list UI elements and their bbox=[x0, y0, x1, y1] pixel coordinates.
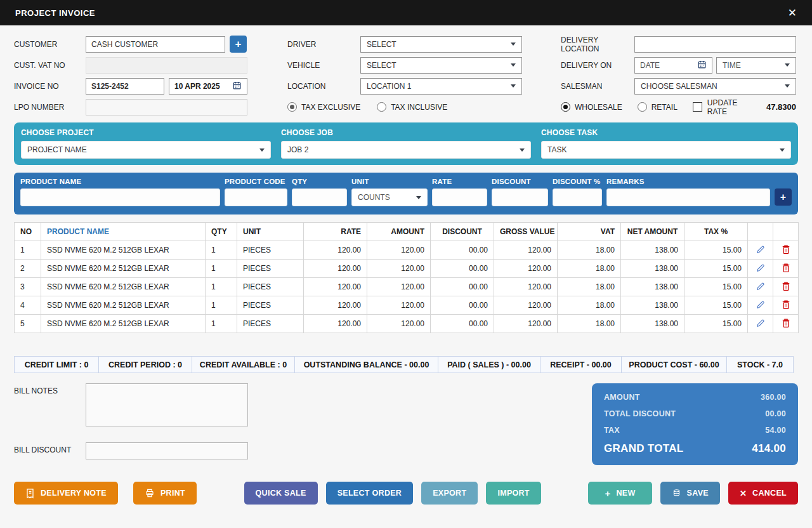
cell-vat: 18.00 bbox=[558, 241, 621, 260]
delete-cell[interactable] bbox=[773, 260, 799, 278]
discount-input[interactable] bbox=[492, 188, 548, 206]
cust-vat-input[interactable] bbox=[86, 57, 247, 74]
driver-select[interactable]: SELECT bbox=[360, 36, 522, 53]
unit-select[interactable]: COUNTS bbox=[351, 188, 428, 206]
invoice-date-value: 10 APR 2025 bbox=[174, 82, 220, 91]
save-button[interactable]: SAVE bbox=[660, 482, 720, 505]
invoice-date-picker[interactable]: 10 APR 2025 bbox=[169, 78, 247, 95]
select-order-button[interactable]: SELECT ORDER bbox=[326, 482, 414, 505]
close-icon[interactable]: ✕ bbox=[788, 8, 797, 18]
delete-cell[interactable] bbox=[773, 315, 799, 333]
cell-discount: 00.00 bbox=[431, 278, 494, 296]
delete-icon[interactable] bbox=[782, 248, 790, 256]
edit-icon[interactable] bbox=[756, 266, 766, 275]
cell-discount: 00.00 bbox=[431, 315, 494, 333]
table-header-row: NOPRODUCT NAMEQTYUNITRATEAMOUNTDISCOUNTG… bbox=[15, 223, 799, 241]
new-button[interactable]: + NEW bbox=[588, 482, 652, 505]
task-select[interactable]: TASK bbox=[541, 141, 791, 159]
invoice-no-input[interactable] bbox=[86, 78, 164, 95]
delete-cell[interactable] bbox=[773, 278, 799, 296]
delete-cell[interactable] bbox=[773, 241, 799, 260]
tax-inclusive-radio[interactable]: TAX INCLUSIVE bbox=[377, 102, 447, 112]
vehicle-select[interactable]: SELECT bbox=[360, 57, 522, 74]
remarks-input[interactable] bbox=[606, 188, 770, 206]
lpo-number-label: LPO NUMBER bbox=[14, 103, 86, 112]
credit-info-cell: CREDIT AVAILABLE : 0 bbox=[192, 356, 295, 373]
delete-cell[interactable] bbox=[773, 296, 799, 315]
update-rate-checkbox[interactable]: UPDATE RATE bbox=[693, 98, 751, 116]
tax-exclusive-radio[interactable]: TAX EXCLUSIVE bbox=[287, 102, 360, 112]
salesman-select[interactable]: CHOOSE SALESMAN bbox=[634, 78, 796, 95]
action-button-bar: DELIVERY NOTE PRINT QUICK SALE SELECT OR… bbox=[14, 482, 798, 505]
qty-input[interactable] bbox=[292, 188, 347, 206]
delivery-location-input[interactable] bbox=[634, 36, 796, 53]
import-button[interactable]: IMPORT bbox=[486, 482, 540, 505]
cell-vat: 18.00 bbox=[558, 260, 621, 278]
edit-cell[interactable] bbox=[748, 260, 773, 278]
cell-no: 2 bbox=[15, 260, 41, 278]
discount-percent-input[interactable] bbox=[553, 188, 602, 206]
product-name-label: PRODUCT NAME bbox=[20, 178, 220, 185]
cell-vat: 18.00 bbox=[558, 296, 621, 315]
add-customer-button[interactable]: + bbox=[230, 36, 247, 53]
bill-notes-textarea[interactable] bbox=[86, 383, 248, 426]
edit-icon[interactable] bbox=[756, 321, 766, 330]
column-header-icons bbox=[773, 223, 799, 241]
delivery-note-button[interactable]: DELIVERY NOTE bbox=[14, 482, 118, 505]
cell-no: 4 bbox=[15, 296, 41, 315]
delivery-date-picker[interactable]: DATE bbox=[634, 57, 712, 74]
print-label: PRINT bbox=[160, 489, 185, 498]
export-button[interactable]: EXPORT bbox=[421, 482, 478, 505]
cell-net: 138.00 bbox=[621, 260, 684, 278]
credit-info-cell: PRODUCT COST - 60.00 bbox=[621, 356, 727, 373]
calendar-icon bbox=[232, 81, 242, 92]
lpo-number-input[interactable] bbox=[86, 99, 247, 116]
page-title: PROJECT INVOICE bbox=[15, 8, 95, 18]
delete-icon[interactable] bbox=[782, 284, 790, 293]
grand-total-label: GRAND TOTAL bbox=[604, 442, 683, 455]
edit-cell[interactable] bbox=[748, 241, 773, 260]
cell-unit: PIECES bbox=[237, 278, 304, 296]
job-select[interactable]: JOB 2 bbox=[281, 141, 531, 159]
edit-cell[interactable] bbox=[748, 278, 773, 296]
cell-no: 3 bbox=[15, 278, 41, 296]
edit-icon[interactable] bbox=[756, 303, 766, 312]
product-name-input[interactable] bbox=[20, 188, 220, 206]
delete-icon[interactable] bbox=[782, 266, 790, 275]
retail-radio[interactable]: RETAIL bbox=[638, 102, 678, 112]
edit-cell[interactable] bbox=[748, 296, 773, 315]
add-line-button[interactable]: + bbox=[775, 188, 792, 206]
cell-amount: 120.00 bbox=[367, 241, 431, 260]
cell-net: 138.00 bbox=[621, 296, 684, 315]
delete-icon[interactable] bbox=[782, 321, 790, 330]
edit-icon[interactable] bbox=[756, 284, 766, 293]
project-select[interactable]: PROJECT NAME bbox=[21, 141, 271, 159]
driver-select-value: SELECT bbox=[367, 40, 396, 49]
cell-product: SSD NVME 620 M.2 512GB LEXAR bbox=[41, 315, 206, 333]
rate-input[interactable] bbox=[432, 188, 487, 206]
edit-icon[interactable] bbox=[756, 248, 766, 256]
location-select[interactable]: LOCATION 1 bbox=[360, 78, 522, 95]
credit-info-cell: OUTSTANDING BALANCE - 00.00 bbox=[294, 356, 438, 373]
delivery-time-select[interactable]: TIME bbox=[716, 57, 796, 74]
bill-discount-input[interactable] bbox=[86, 442, 248, 459]
cell-net: 138.00 bbox=[621, 241, 684, 260]
discount-percent-label: DISCOUNT % bbox=[553, 178, 602, 185]
product-code-input[interactable] bbox=[225, 188, 287, 206]
cancel-button[interactable]: ✕ CANCEL bbox=[728, 482, 798, 505]
summary-value: 00.00 bbox=[765, 409, 786, 418]
salesman-select-value: CHOOSE SALESMAN bbox=[641, 82, 717, 91]
wholesale-radio[interactable]: WHOLESALE bbox=[561, 102, 622, 112]
cell-no: 5 bbox=[15, 315, 41, 333]
delete-icon[interactable] bbox=[782, 303, 790, 312]
product-entry-panel: PRODUCT NAME PRODUCT CODE QTY UNIT COUNT… bbox=[14, 173, 798, 214]
edit-cell[interactable] bbox=[748, 315, 773, 333]
customer-input[interactable] bbox=[86, 36, 225, 53]
print-button[interactable]: PRINT bbox=[133, 482, 197, 505]
credit-info-cell: RECEIPT - 00.00 bbox=[540, 356, 622, 373]
totals-summary-card: AMOUNT360.00TOTAL DISCOUNT00.00TAX54.00 … bbox=[592, 383, 798, 465]
task-select-value: TASK bbox=[547, 145, 566, 154]
quick-sale-button[interactable]: QUICK SALE bbox=[244, 482, 318, 505]
bill-notes-label: BILL NOTES bbox=[14, 383, 86, 426]
delivery-time-value: TIME bbox=[723, 61, 741, 70]
